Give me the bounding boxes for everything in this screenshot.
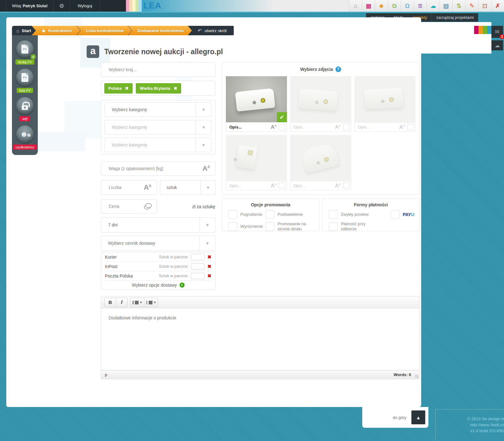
category-select-2[interactable]: Wybierz kategorię ▼ [105,120,212,135]
create-shortcut-button[interactable]: ↶ utwórz skrót [192,26,232,35]
logout-label: Wyloguj [77,3,92,8]
quantity-input[interactable] [101,185,144,190]
photo-desc-input[interactable] [226,183,271,188]
delete-icon[interactable]: ✖ [207,264,211,269]
package-count-input[interactable] [191,254,205,260]
package-count-input[interactable] [191,273,205,279]
numbered-list-icon [146,301,152,304]
package-count-input[interactable] [191,263,205,270]
pen-icon[interactable]: ✎ [465,0,478,12]
checkbox[interactable] [266,210,274,219]
workflow-icon[interactable]: ⇅ [452,0,465,12]
photo-desc-input[interactable] [290,183,335,188]
mail-button[interactable]: ✉ 3 [491,26,503,38]
building-icon[interactable]: ▦ [362,0,375,12]
photo-checkbox[interactable] [279,124,285,130]
chevron-down-icon[interactable]: ▼ [196,120,211,134]
chevron-down-icon[interactable]: ▼ [199,236,215,250]
photo-checkbox[interactable] [343,124,349,130]
unit-select[interactable]: sztuk ▼ [160,180,215,195]
server-icon[interactable]: ≣ [414,0,427,12]
tools-icon[interactable]: ✗ [491,0,504,12]
sidebar-item-dodaj-fv[interactable]: FV + dodaj FV [15,40,34,65]
product-image [364,88,403,109]
sidebar-item-uzytkownicy[interactable]: ☻☻ użytkownicy [13,125,37,150]
monitor-icon[interactable]: ⊡ [478,0,491,12]
photo-checkbox[interactable] [407,124,414,130]
breadcrumb-lista-kontrahentow[interactable]: Lista kontrahentów [77,26,132,35]
format-button-group: B I [104,298,128,307]
headset-icon[interactable]: Ω [401,0,414,12]
close-icon[interactable]: ✖ [125,86,129,91]
clipboard-icon[interactable]: ▤ [439,0,452,12]
photo-thumbnail[interactable] [226,135,287,181]
checkbox[interactable] [228,222,237,231]
create-shortcut-label: utwórz skrót [205,28,227,33]
selected-check-icon[interactable]: ✔ [277,112,287,122]
checkbox[interactable] [329,222,338,231]
editor-textarea[interactable]: Dodatkowe informacje o produkcie [101,308,419,370]
photo-thumbnail[interactable] [290,135,351,181]
logout-button[interactable]: Wyloguj [70,0,100,12]
breadcrumb-dodawanie-kontrahenta[interactable]: Dodawanie kontrahenta [128,26,192,35]
price-input[interactable] [101,204,144,209]
tab-zarzadzaj-projektami[interactable]: zarządzaj projektami [432,13,478,22]
close-icon[interactable]: ✖ [174,86,177,91]
settings-button[interactable]: ⚙ [54,0,70,12]
footer-url[interactable]: http://www.3wdt.com [436,422,504,428]
sidebar-item-lista-fv[interactable]: FV lista FV [16,69,34,93]
photo-desc-input[interactable] [290,125,335,129]
chevron-down-icon[interactable]: ▼ [199,218,215,232]
chat-icon[interactable]: ☁ [427,0,439,12]
breadcrumb-kontrahenci[interactable]: ☻ Kontrahenci [32,26,81,35]
promo-panel: Opcje promowania Pogrubienie Podświetlen… [222,198,319,231]
app-logo[interactable]: LEA [142,1,162,11]
duration-select[interactable]: 7 dni ▼ [101,217,215,232]
italic-button[interactable]: I [116,298,127,307]
category-select-3[interactable]: Wybierz kategorię ▼ [105,138,212,152]
users-icon[interactable]: ☻ [375,0,388,12]
weight-input[interactable] [101,166,202,171]
photo-desc-bar: AA [226,122,287,132]
photo-thumbnail[interactable]: ✔ [226,76,287,122]
home-icon[interactable]: ⌂ [349,0,362,12]
sidebar-item-sejf[interactable]: sejf [16,97,34,121]
photo-checkbox[interactable] [279,182,285,189]
product-image [301,142,340,173]
description-editor: B I ▾ ▾ Dodatkowe informacje o produkcie… [101,296,420,379]
country-input[interactable] [101,67,215,72]
bullet-list-button[interactable]: ▾ [130,298,144,307]
checkbox[interactable] [228,210,237,219]
money-icon[interactable]: ⧉ [388,0,401,12]
checkbox[interactable] [329,210,338,219]
photo-tile: AA [226,135,287,190]
add-shipping-label: Wybierz opcje dostawy [132,283,177,288]
scroll-top-button[interactable]: ▲ [411,410,425,424]
shipping-pricelist-select[interactable]: Wybierz cennik dostawy ▼ [101,236,215,251]
font-size-icon: AA [271,183,277,188]
tag-polska[interactable]: Polska ✖ [104,83,133,94]
bold-label: B [109,300,112,305]
topbar-right: LEA ⌂ ▦ ☻ ⧉ Ω ≣ ☁ ▤ ⇅ ✎ ⊡ ✗ [142,0,504,12]
category-select-1[interactable]: Wybierz kategorię ▼ [105,102,212,117]
delete-icon[interactable]: ✖ [207,254,211,260]
numbered-list-button[interactable]: ▾ [144,298,158,307]
add-shipping-option-button[interactable]: Wybierz opcje dostawy + [105,281,211,289]
photo-thumbnail[interactable] [354,76,415,122]
photo-thumbnail[interactable] [290,76,351,122]
tag-wielka-brytania[interactable]: Wielka Brytania ✖ [136,83,181,94]
photo-desc-input[interactable] [355,125,399,129]
checkbox[interactable] [391,210,399,219]
photo-desc-input[interactable] [226,125,271,129]
help-icon[interactable]: ? [335,66,341,72]
photo-checkbox[interactable] [343,182,349,189]
icon-glyph: ⇅ [456,2,461,9]
bold-button[interactable]: B [105,298,116,307]
breadcrumb-start[interactable]: ⌂ Start [12,26,36,35]
delete-icon[interactable]: ✖ [207,273,211,279]
chevron-down-icon[interactable]: ▼ [196,138,211,152]
chevron-down-icon[interactable]: ▼ [196,103,211,117]
chat-button[interactable]: ☁ [491,40,503,50]
checkbox[interactable] [266,222,274,231]
chevron-down-icon[interactable]: ▼ [201,180,215,194]
